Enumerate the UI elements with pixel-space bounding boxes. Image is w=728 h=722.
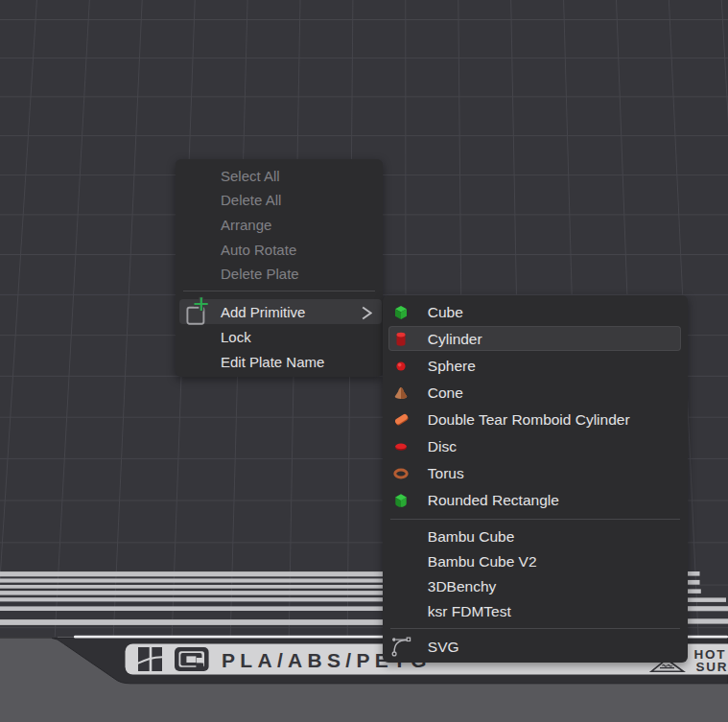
svg-text:SURF: SURF: [696, 660, 728, 674]
